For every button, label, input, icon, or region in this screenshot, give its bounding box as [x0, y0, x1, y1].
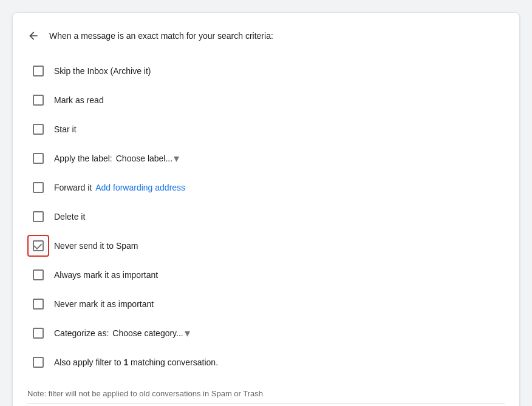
label-delete-it: Delete it	[54, 212, 85, 222]
label-dropdown-trigger[interactable]: Choose label... ▾	[116, 153, 179, 164]
checkbox-icon-apply-label	[33, 153, 44, 164]
filter-note: Note: filter will not be applied to old …	[13, 384, 519, 403]
category-dropdown-arrow-icon: ▾	[185, 328, 190, 339]
label-dropdown-arrow-icon: ▾	[174, 153, 179, 164]
arrow-left-icon	[27, 30, 39, 42]
dialog-header: When a message is an exact match for you…	[13, 13, 519, 54]
checkbox-icon-also-apply-filter	[33, 357, 44, 368]
dialog-title: When a message is an exact match for you…	[49, 31, 273, 41]
option-also-apply-filter: Also apply filter to 1 matching conversa…	[27, 348, 505, 377]
checkbox-icon-skip-inbox	[33, 66, 44, 76]
label-also-apply-filter: Also apply filter to 1 matching conversa…	[54, 357, 218, 367]
checkbox-icon-mark-read	[33, 95, 44, 106]
checkbox-mark-read[interactable]	[27, 89, 49, 111]
footer-divider	[27, 403, 505, 404]
checkbox-icon-delete-it	[33, 211, 44, 222]
checkbox-icon-never-important	[33, 299, 44, 310]
label-forward-it: Forward it Add forwarding address	[54, 183, 185, 192]
label-mark-read: Mark as read	[54, 95, 104, 105]
label-star-it: Star it	[54, 124, 77, 134]
filter-dialog: When a message is an exact match for you…	[12, 12, 520, 406]
checkbox-also-apply-filter[interactable]	[27, 351, 49, 373]
checkbox-icon-categorize-as	[33, 328, 44, 339]
add-forwarding-address-link[interactable]: Add forwarding address	[95, 183, 185, 192]
filter-options-list: Skip the Inbox (Archive it) Mark as read…	[13, 54, 519, 384]
checkbox-icon-forward-it	[33, 182, 44, 193]
checkbox-delete-it[interactable]	[27, 206, 49, 228]
option-categorize-as: Categorize as: Choose category... ▾	[27, 319, 505, 348]
option-never-spam: Never send it to Spam	[27, 231, 505, 260]
checkbox-icon-star-it	[33, 124, 44, 135]
option-always-important: Always mark it as important	[27, 260, 505, 289]
checkbox-icon-never-spam	[33, 240, 44, 251]
checkbox-always-important[interactable]	[27, 264, 49, 286]
category-dropdown-trigger[interactable]: Choose category... ▾	[112, 328, 189, 339]
checkbox-never-important[interactable]	[27, 293, 49, 315]
label-always-important: Always mark it as important	[54, 270, 158, 280]
label-apply-label: Apply the label: Choose label... ▾	[54, 153, 179, 164]
option-apply-label: Apply the label: Choose label... ▾	[27, 144, 505, 173]
label-never-spam: Never send it to Spam	[54, 241, 138, 251]
back-button[interactable]	[22, 25, 44, 47]
checkbox-skip-inbox[interactable]	[27, 60, 49, 82]
checkbox-star-it[interactable]	[27, 118, 49, 140]
checkbox-forward-it[interactable]	[27, 177, 49, 198]
option-skip-inbox: Skip the Inbox (Archive it)	[27, 56, 505, 86]
option-star-it: Star it	[27, 115, 505, 144]
checkbox-never-spam[interactable]	[27, 235, 49, 257]
matching-count: 1	[123, 357, 128, 367]
label-never-important: Never mark it as important	[54, 299, 154, 309]
label-categorize-as: Categorize as: Choose category... ▾	[54, 328, 190, 339]
checkbox-apply-label[interactable]	[27, 147, 49, 169]
label-skip-inbox: Skip the Inbox (Archive it)	[54, 66, 151, 76]
checkbox-icon-always-important	[33, 269, 44, 280]
option-delete-it: Delete it	[27, 202, 505, 231]
option-mark-read: Mark as read	[27, 86, 505, 115]
option-forward-it: Forward it Add forwarding address	[27, 173, 505, 202]
checkbox-categorize-as[interactable]	[27, 322, 49, 344]
option-never-important: Never mark it as important	[27, 289, 505, 319]
